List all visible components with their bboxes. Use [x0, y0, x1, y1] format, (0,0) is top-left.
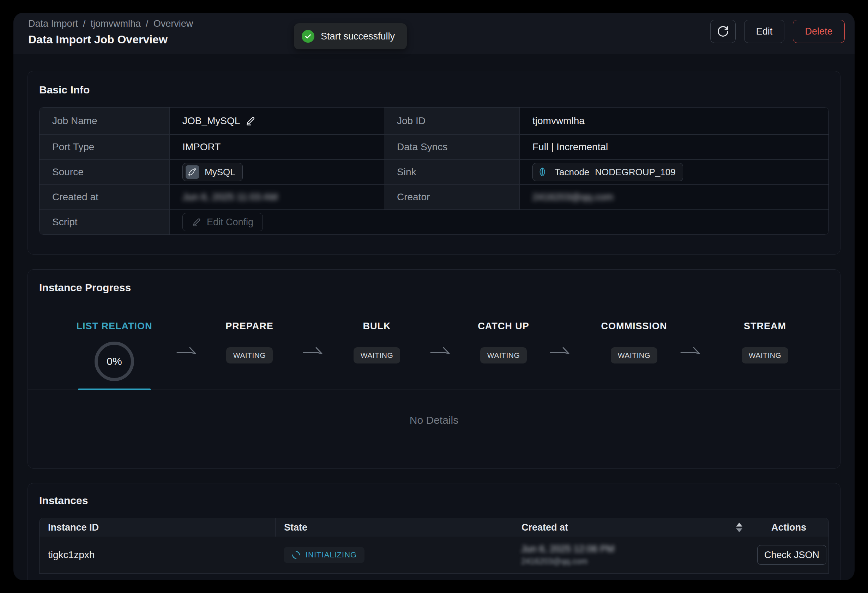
col-created-at: Created at — [513, 518, 749, 537]
instance-progress-title: Instance Progress — [39, 282, 131, 294]
stage-name: STREAM — [719, 319, 811, 333]
check-json-button[interactable]: Check JSON — [757, 545, 827, 565]
instances-table-header: Instance ID State Created at Actions — [40, 518, 828, 537]
source-label: Source — [40, 160, 169, 184]
table-row: Script Edit Config — [40, 209, 828, 234]
sort-asc-icon — [736, 523, 743, 527]
basic-info-card: Basic Info Job Name JOB_MySQL Job ID tjo… — [28, 71, 840, 255]
script-label: Script — [40, 210, 169, 234]
status-badge: WAITING — [480, 347, 527, 363]
table-row: Job Name JOB_MySQL Job ID tjomvwmlha — [40, 107, 828, 134]
stage-commission: COMMISSION WAITING — [588, 319, 680, 363]
table-row: tigkc1zpxh INITIALIZING Jun 6, 2025 12:0… — [40, 537, 828, 574]
breadcrumb-job-id[interactable]: tjomvwmlha — [91, 18, 141, 29]
breadcrumb-separator: / — [146, 18, 149, 29]
created-at-label: Created at — [40, 185, 169, 209]
success-toast: Start successfully — [294, 23, 407, 49]
state-label: INITIALIZING — [306, 550, 357, 559]
refresh-button[interactable] — [710, 20, 736, 43]
created-at-cell: Jun 6, 2025 12:06 PM 2416203@qq.com — [513, 537, 749, 573]
instances-table: Instance ID State Created at Actions tig… — [39, 518, 829, 574]
stage-arrow-icon — [302, 345, 325, 356]
stage-catch-up: CATCH UP WAITING — [458, 319, 549, 363]
script-value-cell: Edit Config — [169, 210, 828, 234]
sink-nodegroup-label: NODEGROUP_109 — [595, 167, 675, 178]
stage-name: BULK — [331, 319, 423, 333]
table-row: Port Type IMPORT Data Syncs Full | Incre… — [40, 134, 828, 159]
sink-value-cell: Tacnode NODEGROUP_109 — [520, 160, 828, 184]
stage-prepare: PREPARE WAITING — [204, 319, 295, 363]
instances-card: Instances Instance ID State Created at A… — [28, 483, 840, 580]
breadcrumb-data-import[interactable]: Data Import — [28, 18, 78, 29]
status-badge: WAITING — [611, 347, 658, 363]
stage-name: LIST RELATION — [68, 319, 160, 333]
data-syncs-label: Data Syncs — [384, 135, 520, 159]
created-at-redacted: Jun 6, 2025 12:06 PM — [521, 544, 614, 555]
status-badge: WAITING — [226, 347, 273, 363]
delete-button[interactable]: Delete — [793, 20, 845, 43]
stage-arrow-icon — [549, 345, 571, 356]
port-type-value: IMPORT — [169, 135, 384, 159]
edit-config-button[interactable]: Edit Config — [182, 213, 263, 231]
breadcrumb-overview[interactable]: Overview — [154, 18, 193, 29]
stage-name: COMMISSION — [588, 319, 680, 333]
stage-arrow-icon — [680, 345, 702, 356]
instances-title: Instances — [39, 494, 829, 507]
stage-list-relation: LIST RELATION 0% — [68, 319, 160, 381]
instance-id-cell: tigkc1zpxh — [40, 537, 275, 573]
tacnode-logo-icon — [536, 165, 549, 179]
check-circle-icon — [302, 30, 314, 43]
creator-value-redacted: 2416203@qq.com — [533, 191, 613, 203]
pen-icon — [192, 217, 202, 227]
created-at-value-cell: Jun 6, 2025 11:03 AM — [169, 185, 384, 209]
mysql-dolphin-icon — [186, 165, 199, 179]
job-id-label: Job ID — [384, 107, 520, 134]
refresh-icon — [717, 25, 729, 38]
page-title: Data Import Job Overview — [28, 33, 168, 46]
col-state: State — [275, 518, 513, 537]
sort-control[interactable] — [736, 523, 743, 533]
data-syncs-value: Full | Incremental — [520, 135, 828, 159]
sink-vendor-label: Tacnode — [555, 167, 589, 178]
sort-desc-icon — [736, 528, 743, 533]
status-badge: WAITING — [742, 347, 788, 363]
header-actions: Edit Delete — [710, 20, 845, 43]
state-cell: INITIALIZING — [275, 537, 513, 573]
actions-cell: Check JSON — [749, 537, 829, 573]
edit-pen-icon[interactable] — [246, 116, 256, 126]
created-at-value-redacted: Jun 6, 2025 11:03 AM — [182, 191, 278, 203]
job-name-value-cell: JOB_MySQL — [169, 107, 384, 134]
progress-percent: 0% — [106, 355, 122, 367]
source-value-cell: MySQL — [169, 160, 384, 184]
creator-label: Creator — [384, 185, 520, 209]
creator-value-cell: 2416203@qq.com — [520, 185, 828, 209]
source-tag-label: MySQL — [205, 167, 235, 178]
breadcrumb: Data Import / tjomvwmlha / Overview — [28, 18, 193, 29]
toast-message: Start successfully — [321, 31, 395, 42]
active-stage-indicator — [78, 388, 151, 390]
source-mysql-tag: MySQL — [182, 163, 243, 181]
basic-info-title: Basic Info — [39, 84, 829, 96]
progress-ring: 0% — [94, 341, 134, 381]
app-window: Data Import / tjomvwmlha / Overview Data… — [13, 13, 855, 580]
no-details-text: No Details — [28, 414, 840, 426]
col-instance-id: Instance ID — [40, 518, 275, 537]
breadcrumb-separator: / — [83, 18, 86, 29]
job-name-value: JOB_MySQL — [182, 115, 240, 127]
stage-arrow-icon — [430, 345, 452, 356]
stage-arrow-icon — [176, 345, 198, 356]
stage-stream: STREAM WAITING — [719, 319, 811, 363]
stage-name: CATCH UP — [458, 319, 549, 333]
stage-bulk: BULK WAITING — [331, 319, 423, 363]
page-header: Data Import / tjomvwmlha / Overview Data… — [13, 13, 855, 54]
basic-info-table: Job Name JOB_MySQL Job ID tjomvwmlha Por… — [39, 107, 829, 235]
sink-tacnode-tag: Tacnode NODEGROUP_109 — [533, 163, 683, 181]
creator-redacted: 2416203@qq.com — [521, 557, 614, 566]
job-name-label: Job Name — [40, 107, 169, 134]
table-row: Created at Jun 6, 2025 11:03 AM Creator … — [40, 184, 828, 209]
edit-config-label: Edit Config — [207, 217, 253, 228]
sink-label: Sink — [384, 160, 520, 184]
edit-button[interactable]: Edit — [744, 20, 784, 43]
port-type-label: Port Type — [40, 135, 169, 159]
initializing-badge: INITIALIZING — [284, 547, 365, 563]
